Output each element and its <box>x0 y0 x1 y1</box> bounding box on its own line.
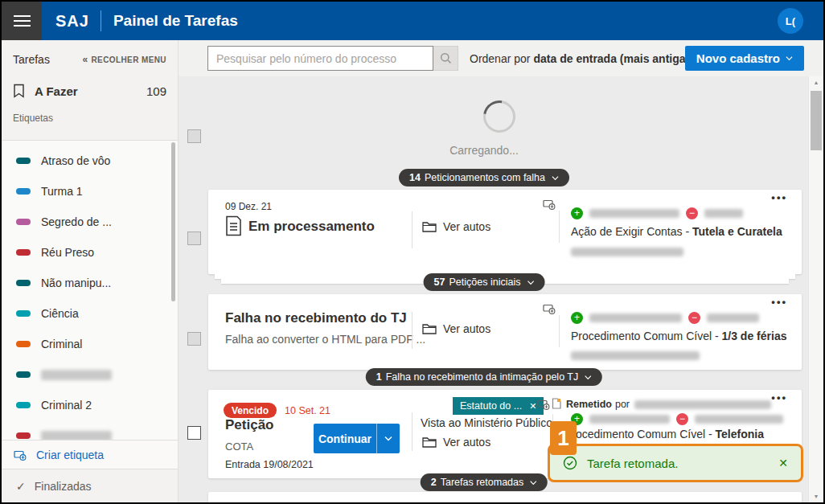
label-item-redacted[interactable] <box>2 420 178 440</box>
parties-row: + − <box>571 207 743 219</box>
case-class: Procedimento Comum Cível - Telefonia <box>564 428 764 440</box>
label-item[interactable]: Criminal 2 <box>2 390 178 420</box>
card-checkbox[interactable] <box>187 426 201 440</box>
case-class: Ação de Exigir Contas - Tutela e Curatel… <box>571 225 782 238</box>
label-item[interactable]: Atraso de vôo <box>2 145 178 176</box>
label-item[interactable]: Não manipu... <box>2 268 178 298</box>
chevron-down-icon <box>585 374 592 381</box>
card-checkbox[interactable] <box>187 232 201 245</box>
remove-tag-icon[interactable]: ✕ <box>529 401 536 412</box>
chevron-down-icon <box>786 55 793 62</box>
sidebar-scrollbar-thumb[interactable] <box>171 142 175 301</box>
chevron-down-icon <box>384 436 392 441</box>
create-label-button[interactable]: Criar etiqueta <box>2 440 178 469</box>
card-divider <box>412 312 412 349</box>
card-subtitle: Falha ao converter o HTML para PDF ... <box>225 333 425 346</box>
collapse-menu-button[interactable]: «RECOLHER MENU <box>82 54 166 65</box>
more-options-button[interactable]: ••• <box>771 391 787 404</box>
label-color-chip <box>16 188 31 195</box>
more-options-button[interactable]: ••• <box>771 191 787 203</box>
main-scrollbar[interactable]: ▲ ▼ <box>808 76 823 502</box>
group-badge-falha-intimacao[interactable]: 1Falha no recebimento da intimação pelo … <box>366 368 602 386</box>
more-options-button[interactable]: ••• <box>771 296 787 308</box>
bookmark-icon <box>13 84 25 98</box>
chevron-down-icon <box>530 479 537 486</box>
label-color-chip <box>16 219 31 225</box>
sidebar: Tarefas «RECOLHER MENU A Fazer 109 Etiqu… <box>2 40 179 502</box>
task-card-partial <box>208 492 802 502</box>
label-item[interactable]: Ciência <box>2 298 178 329</box>
add-label-icon[interactable] <box>537 399 551 410</box>
redacted-text <box>41 431 112 440</box>
party-removed-icon: − <box>676 413 688 425</box>
group-badge-peticionamentos[interactable]: 14Peticionamentos com falha <box>399 169 569 186</box>
user-avatar[interactable]: L( <box>778 8 803 34</box>
labels-header: Etiquetas <box>13 113 166 124</box>
continue-dropdown-button[interactable] <box>376 424 400 453</box>
view-case-button[interactable]: Ver autos <box>422 322 490 335</box>
parties-row: + − <box>571 312 759 324</box>
task-description: Vista ao Ministério Público. <box>421 416 556 429</box>
check-icon: ✓ <box>16 480 26 493</box>
chevron-down-icon <box>552 174 559 182</box>
chevron-left-double-icon: « <box>82 54 88 65</box>
hamburger-menu-icon[interactable] <box>2 2 42 40</box>
top-header: SAJ Painel de Tarefas L( <box>2 2 823 40</box>
label-item[interactable]: Segredo de ... <box>2 207 178 237</box>
header-divider <box>101 10 101 31</box>
view-case-button[interactable]: Ver autos <box>422 436 490 449</box>
redacted-text <box>589 209 679 218</box>
case-class: Procedimento Comum Cível - 1/3 de férias <box>571 330 786 342</box>
labels-list: Atraso de vôo Turma 1 Segredo de ... Réu… <box>2 140 178 440</box>
group-badge-tarefas-retomadas[interactable]: 2Tarefas retomadas <box>421 473 548 491</box>
label-item[interactable]: Turma 1 <box>2 176 178 207</box>
card-divider <box>412 211 412 248</box>
label-item-redacted[interactable] <box>2 359 178 390</box>
label-item[interactable]: Criminal <box>2 329 178 359</box>
folder-icon <box>422 221 437 232</box>
label-color-chip <box>16 432 31 439</box>
search-button[interactable] <box>433 46 458 71</box>
scrollbar-thumb[interactable] <box>811 91 822 150</box>
group-badge-peticoes-iniciais[interactable]: 57Petições iniciais <box>424 273 545 291</box>
add-label-icon[interactable] <box>543 303 556 314</box>
todo-label: A Fazer <box>35 84 146 98</box>
entry-date: Entrada 19/08/2021 <box>225 459 314 470</box>
check-circle-icon <box>563 456 577 470</box>
case-tag[interactable]: Estatuto do ...✕ <box>453 397 544 415</box>
card-title: Falha no recebimento do TJ <box>225 310 407 326</box>
card-thin-divider <box>559 211 560 243</box>
toast-notification: Tarefa retomada. ✕ <box>548 444 803 482</box>
sidebar-item-a-fazer[interactable]: A Fazer 109 <box>13 84 166 98</box>
sidebar-section-title: Tarefas <box>13 53 50 66</box>
main-panel: Ordenar pordata de entrada (mais antigas… <box>179 40 823 502</box>
task-card: 09 Dez. 21 Em processamento Ver autos ••… <box>208 190 802 274</box>
redacted-text <box>41 370 112 380</box>
label-item[interactable]: Réu Preso <box>2 237 178 268</box>
sidebar-item-finalizadas[interactable]: ✓ Finalizadas <box>2 469 178 502</box>
card-checkbox[interactable] <box>187 332 201 346</box>
card-status: Em processamento <box>248 219 375 235</box>
loading-spinner <box>477 94 522 139</box>
loading-text: Carregando... <box>420 144 548 157</box>
label-color-chip <box>16 341 31 347</box>
folder-icon <box>422 323 437 334</box>
close-icon[interactable]: ✕ <box>778 457 788 469</box>
forwarded-by: Remetidopor <box>566 399 771 410</box>
view-case-button[interactable]: Ver autos <box>422 220 490 233</box>
toast-message: Tarefa retomada. <box>587 457 778 470</box>
scroll-up-icon[interactable]: ▲ <box>809 80 823 85</box>
card-thin-divider <box>559 315 560 347</box>
group-checkbox[interactable] <box>187 129 201 143</box>
new-record-button[interactable]: Novo cadastro <box>685 46 804 71</box>
tag-plus-icon <box>14 449 27 461</box>
scroll-down-icon[interactable]: ▼ <box>809 494 823 499</box>
redacted-text <box>707 313 759 322</box>
search-input[interactable] <box>207 46 433 71</box>
sort-dropdown[interactable]: Ordenar pordata de entrada (mais antigas… <box>470 52 708 65</box>
redacted-text <box>589 415 670 424</box>
add-label-icon[interactable] <box>543 199 556 210</box>
app-window: SAJ Painel de Tarefas L( Tarefas «RECOLH… <box>0 0 825 504</box>
card-title: Petição <box>225 417 273 433</box>
continue-button[interactable]: Continuar <box>314 424 400 453</box>
